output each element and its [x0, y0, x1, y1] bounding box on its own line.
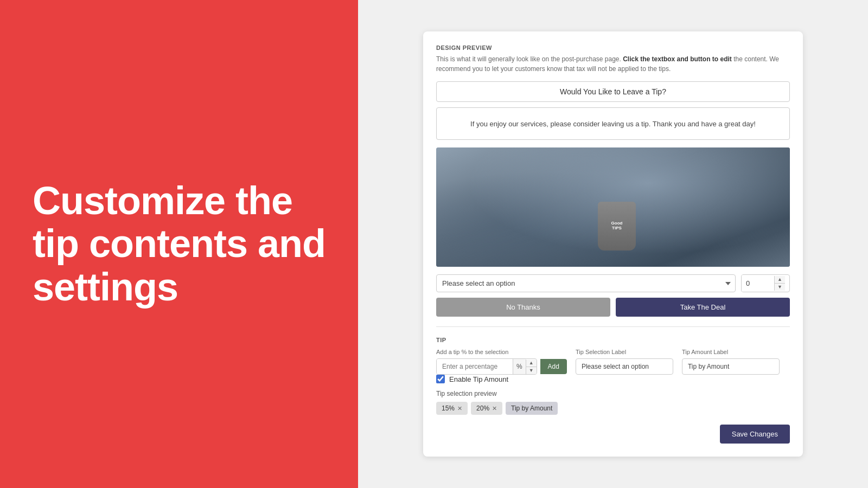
- tip-tag: 15%✕: [436, 402, 468, 415]
- save-row: Save Changes: [436, 425, 790, 444]
- tip-pct-symbol: %: [513, 359, 526, 374]
- left-panel: Customize the tip contents and settings: [0, 0, 358, 488]
- headline: Customize the tip contents and settings: [33, 179, 326, 309]
- tip-selection-label-heading: Tip Selection Label: [576, 349, 673, 355]
- cup-label: GoodTIPS: [611, 221, 623, 231]
- tip-section-label: TIP: [436, 337, 790, 343]
- design-preview-label: DESIGN PREVIEW: [436, 44, 790, 51]
- cup-graphic: GoodTIPS: [598, 202, 636, 251]
- tip-selection-label-input[interactable]: [576, 358, 673, 375]
- tip-tag-label: 15%: [442, 404, 455, 412]
- tip-config-row: Add a tip % to the selection % ▲ ▼ Add T…: [436, 349, 790, 375]
- subtitle-box[interactable]: If you enjoy our services, please consid…: [436, 107, 790, 140]
- tip-spinners: ▲ ▼: [526, 359, 537, 374]
- tip-tag-remove[interactable]: ✕: [457, 405, 462, 412]
- tip-add-col: Add a tip % to the selection % ▲ ▼ Add: [436, 349, 567, 375]
- tip-image: GoodTIPS: [436, 147, 790, 267]
- tip-tag-remove[interactable]: ✕: [492, 405, 497, 412]
- tip-amount-label-input[interactable]: [682, 358, 780, 375]
- tip-preview-label: Tip selection preview: [436, 390, 790, 397]
- divider: [436, 326, 790, 327]
- title-box[interactable]: Would You Like to Leave a Tip?: [436, 81, 790, 102]
- action-buttons-row: No Thanks Take The Deal: [436, 298, 790, 317]
- enable-tip-row: Enable Tip Amount: [436, 375, 790, 383]
- amount-input[interactable]: [742, 275, 774, 292]
- tip-amount-col: Tip Amount Label: [682, 349, 780, 375]
- tip-add-wrap: % ▲ ▼ Add: [436, 358, 567, 375]
- spinner-up[interactable]: ▲: [775, 276, 785, 284]
- controls-row: Please select an option ▲ ▼: [436, 274, 790, 292]
- tip-amount-label-heading: Tip Amount Label: [682, 349, 780, 355]
- take-deal-button[interactable]: Take The Deal: [616, 298, 790, 317]
- no-thanks-button[interactable]: No Thanks: [436, 298, 610, 317]
- tip-spinner-down[interactable]: ▼: [526, 367, 537, 374]
- tip-option-select[interactable]: Please select an option: [436, 274, 736, 292]
- tip-tag: 20%✕: [471, 402, 502, 415]
- tip-add-group: % ▲ ▼: [436, 358, 537, 375]
- right-panel: DESIGN PREVIEW This is what it will gene…: [358, 0, 868, 488]
- save-changes-button[interactable]: Save Changes: [720, 425, 790, 444]
- enable-tip-text: Enable Tip Amount: [449, 375, 508, 383]
- tip-percentage-input[interactable]: [437, 359, 513, 374]
- tip-add-button[interactable]: Add: [540, 359, 567, 374]
- enable-tip-checkbox[interactable]: [436, 375, 445, 383]
- tip-tags-row: 15%✕20%✕Tip by Amount: [436, 402, 790, 415]
- number-input-wrap: ▲ ▼: [741, 274, 790, 292]
- tip-selection-col: Tip Selection Label: [576, 349, 673, 375]
- tip-add-label: Add a tip % to the selection: [436, 349, 567, 355]
- design-preview-desc: This is what it will generally look like…: [436, 54, 790, 74]
- number-spinners: ▲ ▼: [774, 276, 785, 291]
- design-card: DESIGN PREVIEW This is what it will gene…: [423, 31, 803, 457]
- spinner-down[interactable]: ▼: [775, 284, 785, 291]
- tip-tag-label: 20%: [476, 404, 489, 412]
- tip-spinner-up[interactable]: ▲: [526, 359, 537, 367]
- tip-tag-amount: Tip by Amount: [506, 402, 558, 415]
